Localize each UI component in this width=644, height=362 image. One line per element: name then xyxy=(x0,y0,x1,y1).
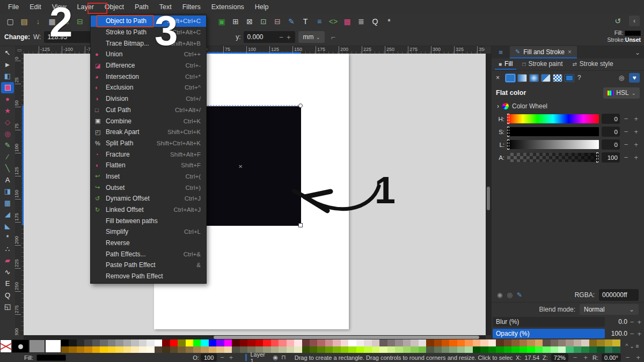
pencil-tool[interactable]: ✎ xyxy=(1,139,14,151)
palette-swatch[interactable] xyxy=(535,346,543,353)
opacity-value[interactable]: 100.0 xyxy=(605,330,628,337)
ry-plus[interactable]: + xyxy=(285,33,292,41)
fill-rule-nonzero-button[interactable]: ◎ xyxy=(616,73,627,83)
palette-swatch[interactable] xyxy=(527,339,535,346)
palette-swatch[interactable] xyxy=(317,346,325,353)
palette-swatch[interactable] xyxy=(77,346,84,353)
menu-item[interactable]: Path xyxy=(130,2,153,12)
palette-swatch[interactable] xyxy=(442,346,449,353)
swatch-button[interactable] xyxy=(565,74,574,82)
sharp-corners-icon[interactable]: ⌐ xyxy=(331,33,335,41)
ruler-corner[interactable]: ▭ xyxy=(15,46,24,54)
palette-swatch[interactable] xyxy=(411,339,418,346)
tweak-tool[interactable]: * xyxy=(1,232,14,243)
palette-swatch[interactable] xyxy=(155,339,162,346)
align-dialog-icon[interactable]: ≣ xyxy=(354,16,368,27)
clone-icon[interactable]: ⊠ xyxy=(243,16,257,27)
palette-swatch[interactable] xyxy=(449,339,457,346)
palette-swatch[interactable] xyxy=(155,346,162,353)
slider-marker[interactable] xyxy=(507,114,509,124)
palette-swatch[interactable] xyxy=(310,346,317,353)
menu-entry[interactable]: □ Cut Path Ctrl+Alt+/ xyxy=(91,105,206,116)
palette-swatch[interactable] xyxy=(240,346,247,353)
resize-handle[interactable] xyxy=(298,223,303,227)
menu-entry[interactable]: Paste Path Effect & xyxy=(91,260,206,271)
palette-swatch[interactable] xyxy=(139,346,147,353)
palette-swatch[interactable] xyxy=(403,346,411,353)
palette-swatch[interactable] xyxy=(131,346,138,353)
palette-swatch[interactable] xyxy=(387,339,395,346)
menu-entry[interactable]: Remove Path Effect xyxy=(91,271,206,282)
menu-entry[interactable]: ◖ Flatten Shift+F xyxy=(91,160,206,171)
palette-swatch[interactable] xyxy=(395,339,402,346)
palette-swatch[interactable] xyxy=(543,346,550,353)
slider-minus[interactable]: − xyxy=(623,128,630,136)
find-icon[interactable]: Q xyxy=(368,16,382,27)
opacity-plus[interactable]: + xyxy=(228,353,235,361)
palette-swatch[interactable] xyxy=(69,346,76,353)
out-of-gamut-icon[interactable]: ◎ xyxy=(507,291,512,299)
palette-swatch[interactable] xyxy=(589,339,597,346)
ellipse-tool[interactable]: ● xyxy=(1,93,14,105)
palette-swatch[interactable] xyxy=(581,346,589,353)
opacity-slider[interactable]: Opacity (%) xyxy=(493,329,605,338)
paste-icon[interactable]: ▣ xyxy=(215,16,229,27)
menu-entry[interactable]: ↻ Linked Offset Ctrl+Alt+J xyxy=(91,204,206,216)
palette-swatch[interactable] xyxy=(488,346,496,353)
palette-swatch[interactable] xyxy=(333,346,340,353)
blur-value[interactable]: 0.0 xyxy=(605,318,628,326)
palette-swatch[interactable] xyxy=(403,339,411,346)
slider-plus[interactable]: + xyxy=(632,115,640,123)
text-tool[interactable]: A xyxy=(1,174,14,186)
palette-swatch[interactable] xyxy=(419,346,426,353)
menu-entry[interactable]: Trace Bitmap... Shift+Alt+B xyxy=(91,38,206,49)
swatches-dialog-icon[interactable]: ▩ xyxy=(340,16,354,27)
menu-entry[interactable]: ↺ Dynamic Offset Ctrl+J xyxy=(91,193,206,204)
menu-item[interactable]: File xyxy=(3,2,24,12)
menu-entry[interactable]: Fill between paths xyxy=(91,215,206,226)
scrollbar-thumb[interactable] xyxy=(487,187,490,210)
rectangle-tool[interactable] xyxy=(1,82,14,94)
palette-swatch[interactable] xyxy=(216,346,224,353)
palette-swatch[interactable] xyxy=(216,339,224,346)
palette-swatch[interactable] xyxy=(473,346,480,353)
palette-swatch[interactable] xyxy=(457,339,465,346)
slider-track[interactable] xyxy=(507,114,599,123)
undo-history-icon[interactable]: ↺ xyxy=(611,15,625,27)
palette-swatch[interactable] xyxy=(465,339,472,346)
no-paint-button[interactable]: × xyxy=(496,74,503,82)
menu-entry[interactable]: ◰ Break Apart Shift+Ctrl+K xyxy=(91,127,206,138)
pattern-button[interactable] xyxy=(541,74,551,82)
palette-swatch[interactable] xyxy=(589,346,597,353)
palette-swatch[interactable] xyxy=(535,339,543,346)
palette-swatch[interactable] xyxy=(123,339,131,346)
palette-swatch[interactable] xyxy=(92,346,100,353)
menu-entry[interactable]: ◪ Difference Ctrl+- xyxy=(91,60,206,71)
flat-color-button[interactable] xyxy=(506,74,515,82)
corner-radius-handle[interactable] xyxy=(298,104,303,108)
blur-slider[interactable]: Blur (%) xyxy=(493,317,605,327)
dropper-tool[interactable]: ◢ xyxy=(1,209,14,220)
palette-swatch[interactable] xyxy=(178,346,185,353)
palette-swatch[interactable] xyxy=(387,346,395,353)
palette-swatch[interactable] xyxy=(209,339,216,346)
blur-plus[interactable]: + xyxy=(635,318,643,326)
palette-swatch[interactable] xyxy=(147,339,154,346)
palette-swatch[interactable] xyxy=(131,339,138,346)
mesh-gradient-button[interactable] xyxy=(553,74,562,82)
palette-swatch[interactable] xyxy=(341,346,348,353)
opacity-field[interactable]: 100 xyxy=(201,353,217,361)
rotation-minus[interactable]: − xyxy=(624,353,632,361)
palette-swatch[interactable] xyxy=(558,346,566,353)
palette-swatch[interactable] xyxy=(302,339,310,346)
palette-swatch[interactable] xyxy=(201,339,208,346)
ungroup-icon[interactable]: ⊟ xyxy=(270,16,284,27)
palette-swatch[interactable] xyxy=(271,346,279,353)
palette-swatch[interactable] xyxy=(605,346,612,353)
linear-gradient-button[interactable] xyxy=(517,74,527,82)
palette-swatch[interactable] xyxy=(574,339,581,346)
palette-swatch[interactable] xyxy=(115,346,123,353)
menu-entry[interactable]: ● Union Ctrl++ xyxy=(91,49,206,60)
palette-swatch[interactable] xyxy=(279,346,286,353)
export-icon[interactable]: ⊟ xyxy=(73,16,87,27)
